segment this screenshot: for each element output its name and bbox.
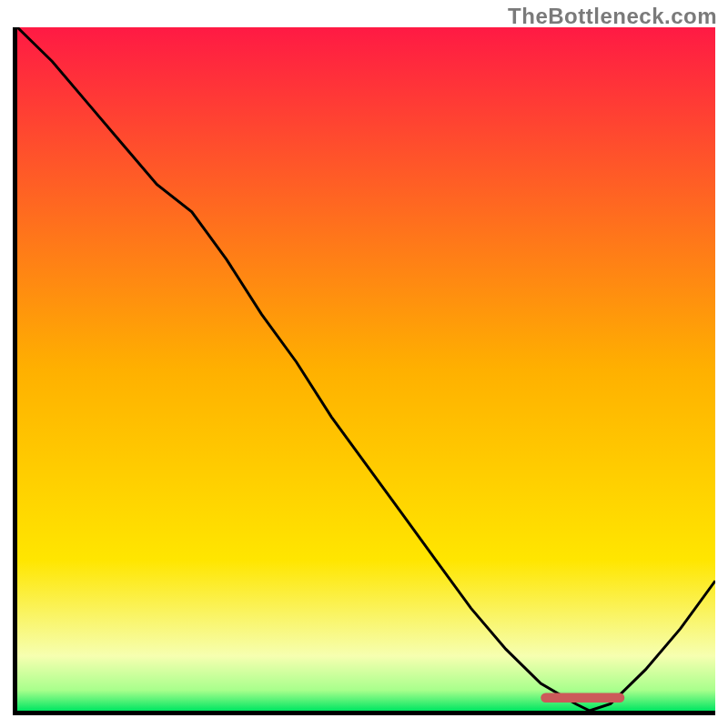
plot-area [13, 27, 715, 715]
chart-svg [17, 27, 715, 711]
gradient-background [17, 27, 715, 711]
watermark-text: TheBottleneck.com [508, 4, 717, 29]
chart-frame: TheBottleneck.com [0, 0, 728, 728]
optimum-marker [541, 693, 624, 703]
